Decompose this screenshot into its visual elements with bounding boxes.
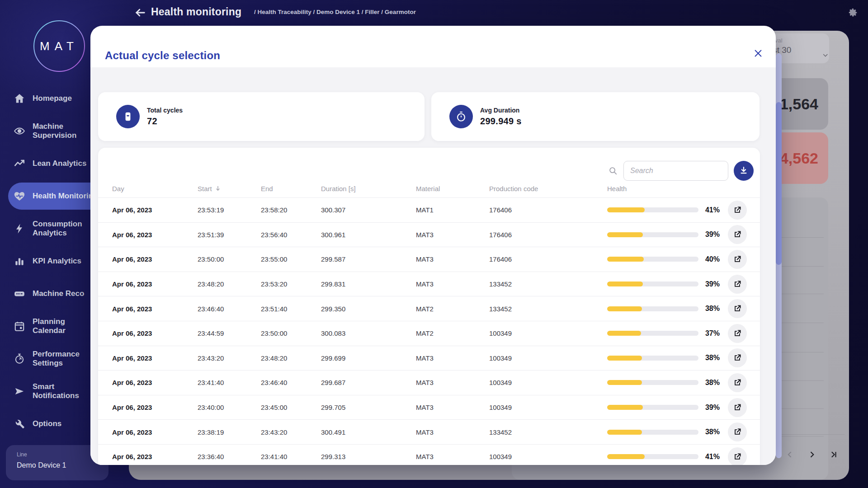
back-arrow-icon[interactable] bbox=[134, 6, 146, 19]
open-cycle-button[interactable] bbox=[728, 348, 747, 367]
page-title: Health monitoring bbox=[151, 6, 241, 18]
cell-production-code: 100349 bbox=[489, 404, 607, 411]
col-header-duration[interactable]: Duration [s] bbox=[321, 185, 416, 192]
breadcrumb[interactable]: / Health Traceability / Demo Device 1 / … bbox=[254, 9, 416, 15]
modal-body: Total cycles 72 Avg Duration 299.949 s bbox=[90, 67, 776, 465]
cell-production-code: 133452 bbox=[489, 305, 607, 313]
cell-day: Apr 06, 2023 bbox=[112, 280, 198, 288]
table-row[interactable]: Apr 06, 2023 23:51:39 23:56:40 300.961 M… bbox=[98, 222, 760, 247]
open-cycle-button[interactable] bbox=[728, 398, 747, 417]
health-percent: 38% bbox=[698, 354, 720, 362]
open-cycle-button[interactable] bbox=[728, 201, 747, 220]
health-bar-fill bbox=[607, 257, 644, 262]
scrollbar-thumb[interactable] bbox=[776, 102, 782, 265]
home-icon bbox=[14, 93, 25, 104]
cell-duration: 299.699 bbox=[321, 354, 416, 362]
col-header-material[interactable]: Material bbox=[416, 185, 489, 192]
eye-icon bbox=[14, 125, 25, 137]
scrollbar-track[interactable] bbox=[776, 53, 782, 458]
table-row[interactable]: Apr 06, 2023 23:44:59 23:50:00 300.083 M… bbox=[98, 321, 760, 346]
health-bar bbox=[607, 207, 698, 212]
table-row[interactable]: Apr 06, 2023 23:36:40 23:41:40 299.313 M… bbox=[98, 444, 760, 465]
health-bar-fill bbox=[607, 454, 645, 459]
open-in-new-icon bbox=[733, 304, 742, 313]
open-cycle-button[interactable] bbox=[728, 447, 747, 465]
table-row[interactable]: Apr 06, 2023 23:48:20 23:53:20 299.831 M… bbox=[98, 272, 760, 296]
download-button[interactable] bbox=[734, 161, 754, 181]
open-cycle-button[interactable] bbox=[728, 250, 747, 269]
health-bar bbox=[607, 331, 698, 336]
bar-chart-icon bbox=[14, 255, 25, 267]
cell-production-code: 176406 bbox=[489, 206, 607, 214]
cell-end: 23:48:20 bbox=[261, 354, 321, 362]
cell-start: 23:46:40 bbox=[198, 305, 261, 313]
page-next-icon[interactable] bbox=[807, 450, 816, 459]
cell-production-code: 133452 bbox=[489, 428, 607, 436]
calendar-icon bbox=[14, 320, 25, 332]
cell-start: 23:53:19 bbox=[198, 206, 261, 214]
health-bar-fill bbox=[607, 282, 643, 286]
table-row[interactable]: Apr 06, 2023 23:50:00 23:55:00 299.587 M… bbox=[98, 247, 760, 272]
metric-danger-value: 4,562 bbox=[780, 150, 818, 167]
health-bar-fill bbox=[607, 380, 642, 385]
timer-icon bbox=[14, 353, 25, 365]
table-row[interactable]: Apr 06, 2023 23:41:40 23:46:40 299.687 M… bbox=[98, 370, 760, 395]
search-input[interactable] bbox=[623, 161, 728, 181]
avg-duration-label: Avg Duration bbox=[480, 107, 522, 114]
cell-day: Apr 06, 2023 bbox=[112, 354, 198, 362]
health-bar-fill bbox=[607, 430, 642, 435]
open-cycle-button[interactable] bbox=[728, 225, 747, 244]
open-cycle-button[interactable] bbox=[728, 299, 747, 318]
page-last-icon[interactable] bbox=[829, 450, 838, 459]
cell-material: MAT2 bbox=[416, 329, 489, 337]
table-row[interactable]: Apr 06, 2023 23:43:20 23:48:20 299.699 M… bbox=[98, 346, 760, 371]
sort-desc-icon bbox=[215, 185, 221, 192]
table-row[interactable]: Apr 06, 2023 23:53:19 23:58:20 300.307 M… bbox=[98, 197, 760, 222]
chevron-down-icon bbox=[822, 52, 829, 59]
cell-duration: 300.083 bbox=[321, 329, 416, 337]
health-bar bbox=[607, 306, 698, 311]
open-in-new-icon bbox=[733, 452, 742, 461]
cell-production-code: 100349 bbox=[489, 379, 607, 386]
gamepad-icon bbox=[14, 288, 25, 300]
modal-title: Actual cycle selection bbox=[105, 49, 220, 62]
table-row[interactable]: Apr 06, 2023 23:46:40 23:51:40 299.350 M… bbox=[98, 296, 760, 321]
open-cycle-button[interactable] bbox=[728, 373, 747, 392]
gear-icon[interactable] bbox=[848, 8, 858, 18]
cell-start: 23:43:20 bbox=[198, 354, 261, 362]
search-icon bbox=[608, 166, 618, 176]
cell-production-code: 100349 bbox=[489, 329, 607, 337]
health-bar-fill bbox=[607, 356, 642, 361]
health-percent: 38% bbox=[698, 379, 720, 387]
open-cycle-button[interactable] bbox=[728, 422, 747, 441]
col-header-health[interactable]: Health bbox=[607, 185, 698, 192]
cell-start: 23:41:40 bbox=[198, 379, 261, 386]
cell-end: 23:51:40 bbox=[261, 305, 321, 313]
open-cycle-button[interactable] bbox=[728, 275, 747, 294]
col-header-day[interactable]: Day bbox=[112, 185, 198, 192]
cell-start: 23:51:39 bbox=[198, 231, 261, 239]
table-header-row: Day Start End Duration [s] Material Prod… bbox=[98, 179, 760, 197]
cell-start: 23:36:40 bbox=[198, 453, 261, 460]
cell-duration: 299.350 bbox=[321, 305, 416, 313]
table-row[interactable]: Apr 06, 2023 23:38:19 23:43:20 300.491 M… bbox=[98, 419, 760, 444]
cell-material: MAT3 bbox=[416, 404, 489, 411]
page-previous-icon[interactable] bbox=[786, 450, 795, 459]
total-cycles-card: Total cycles 72 bbox=[98, 92, 425, 141]
open-in-new-icon bbox=[733, 280, 742, 289]
table-row[interactable]: Apr 06, 2023 23:40:00 23:45:00 299.705 M… bbox=[98, 395, 760, 420]
line-chart-icon bbox=[14, 158, 25, 169]
close-icon[interactable] bbox=[753, 48, 763, 58]
heart-pulse-icon bbox=[14, 190, 25, 202]
health-bar bbox=[607, 356, 698, 361]
total-cycles-label: Total cycles bbox=[147, 107, 183, 114]
col-header-start[interactable]: Start bbox=[198, 185, 261, 192]
col-header-production-code[interactable]: Production code bbox=[489, 185, 607, 192]
health-bar bbox=[607, 232, 698, 237]
open-cycle-button[interactable] bbox=[728, 324, 747, 343]
cell-duration: 299.687 bbox=[321, 379, 416, 386]
cell-end: 23:43:20 bbox=[261, 428, 321, 436]
health-percent: 39% bbox=[698, 230, 720, 239]
cell-end: 23:50:00 bbox=[261, 329, 321, 337]
col-header-end[interactable]: End bbox=[261, 185, 321, 192]
